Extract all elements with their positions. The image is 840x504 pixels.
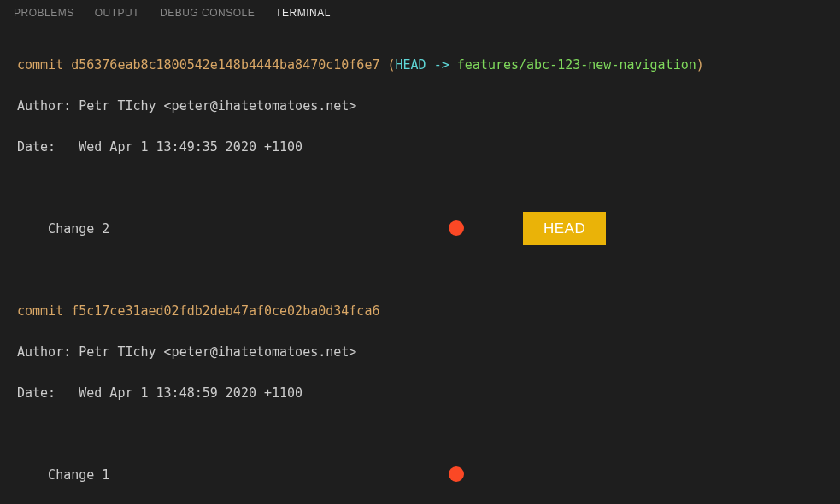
panel-tabs: PROBLEMS OUTPUT DEBUG CONSOLE TERMINAL bbox=[0, 0, 840, 26]
head-badge: HEAD bbox=[523, 212, 606, 245]
commit-line: commit d56376eab8c1800542e148b4444ba8470… bbox=[17, 55, 823, 75]
blank-line bbox=[17, 424, 823, 444]
branch-ref: features/abc-123-new-navigation bbox=[457, 57, 696, 73]
refs-open: ( bbox=[379, 57, 395, 73]
commit-message: Change 1 bbox=[17, 465, 823, 485]
tab-problems[interactable]: PROBLEMS bbox=[14, 7, 74, 19]
date-line: Date: Wed Apr 1 13:48:59 2020 +1100 bbox=[17, 383, 823, 403]
commit-message: Change 2HEAD bbox=[17, 219, 823, 239]
commit-word: commit bbox=[17, 303, 63, 319]
tab-output[interactable]: OUTPUT bbox=[95, 7, 139, 19]
commit-line: commit f5c17ce31aed02fdb2deb47af0ce02ba0… bbox=[17, 301, 823, 321]
message-text: Change 2 bbox=[17, 221, 109, 237]
refs-close: ) bbox=[696, 57, 704, 73]
head-ref: HEAD -> bbox=[396, 57, 457, 73]
terminal-output[interactable]: commit d56376eab8c1800542e148b4444ba8470… bbox=[0, 26, 840, 504]
blank-line bbox=[17, 260, 823, 280]
date-line: Date: Wed Apr 1 13:49:35 2020 +1100 bbox=[17, 137, 823, 157]
annotation-dot-icon bbox=[449, 466, 464, 482]
annotation-dot-icon bbox=[449, 220, 464, 236]
message-text: Change 1 bbox=[17, 467, 109, 483]
author-line: Author: Petr TIchy <peter@ihatetomatoes.… bbox=[17, 342, 823, 362]
tab-debug-console[interactable]: DEBUG CONSOLE bbox=[160, 7, 255, 19]
commit-hash: d56376eab8c1800542e148b4444ba8470c10f6e7 bbox=[71, 57, 379, 73]
tab-terminal[interactable]: TERMINAL bbox=[275, 7, 331, 19]
author-line: Author: Petr TIchy <peter@ihatetomatoes.… bbox=[17, 96, 823, 116]
commit-hash: f5c17ce31aed02fdb2deb47af0ce02ba0d34fca6 bbox=[71, 303, 379, 319]
blank-line bbox=[17, 178, 823, 198]
commit-word: commit bbox=[17, 57, 63, 73]
